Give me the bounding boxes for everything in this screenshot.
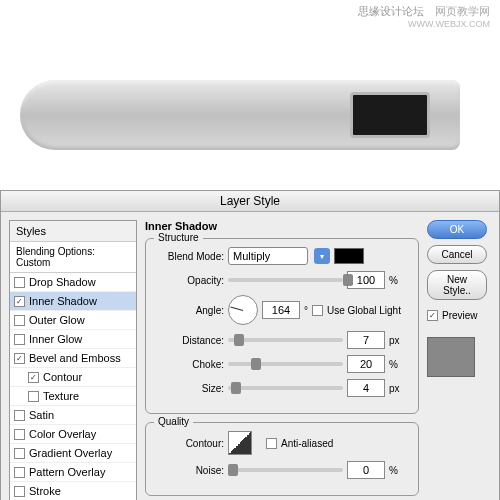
style-label: Pattern Overlay	[29, 466, 105, 478]
contour-label: Contour:	[154, 438, 224, 449]
style-item-stroke[interactable]: Stroke	[10, 482, 136, 500]
watermark-text1: 思缘设计论坛	[358, 5, 424, 17]
angle-dial[interactable]	[228, 295, 258, 325]
watermark: 思缘设计论坛 网页教学网 WWW.WEBJX.COM	[358, 4, 490, 29]
style-item-inner-glow[interactable]: Inner Glow	[10, 330, 136, 349]
preview-swatch	[427, 337, 475, 377]
metal-screen	[350, 92, 430, 138]
anti-aliased-label: Anti-aliased	[281, 438, 333, 449]
angle-input[interactable]	[262, 301, 300, 319]
style-item-color-overlay[interactable]: Color Overlay	[10, 425, 136, 444]
style-label: Drop Shadow	[29, 276, 96, 288]
style-checkbox[interactable]	[14, 296, 25, 307]
choke-label: Choke:	[154, 359, 224, 370]
style-checkbox[interactable]	[14, 277, 25, 288]
style-item-outer-glow[interactable]: Outer Glow	[10, 311, 136, 330]
style-item-satin[interactable]: Satin	[10, 406, 136, 425]
size-input[interactable]	[347, 379, 385, 397]
choke-slider[interactable]	[228, 362, 343, 366]
inner-shadow-title: Inner Shadow	[145, 220, 419, 232]
new-style-button[interactable]: New Style..	[427, 270, 487, 300]
cancel-button[interactable]: Cancel	[427, 245, 487, 264]
watermark-url: WWW.WEBJX.COM	[358, 19, 490, 29]
style-item-texture[interactable]: Texture	[10, 387, 136, 406]
product-image	[10, 30, 490, 190]
styles-panel: Styles Blending Options: Custom Drop Sha…	[9, 220, 137, 500]
style-label: Bevel and Emboss	[29, 352, 121, 364]
angle-unit: °	[304, 305, 308, 316]
style-label: Inner Glow	[29, 333, 82, 345]
size-label: Size:	[154, 383, 224, 394]
noise-unit: %	[389, 465, 398, 476]
angle-label: Angle:	[154, 305, 224, 316]
blend-mode-label: Blend Mode:	[154, 251, 224, 262]
style-checkbox[interactable]	[14, 486, 25, 497]
layer-style-dialog: Layer Style Styles Blending Options: Cus…	[0, 190, 500, 500]
dialog-body: Styles Blending Options: Custom Drop Sha…	[1, 212, 499, 500]
select-arrow-icon[interactable]: ▾	[314, 248, 330, 264]
metal-bracket	[20, 80, 460, 150]
style-checkbox[interactable]	[14, 334, 25, 345]
distance-input[interactable]	[347, 331, 385, 349]
style-label: Satin	[29, 409, 54, 421]
noise-input[interactable]	[347, 461, 385, 479]
global-light-label: Use Global Light	[327, 305, 401, 316]
opacity-unit: %	[389, 275, 398, 286]
style-checkbox[interactable]	[14, 467, 25, 478]
shadow-color-swatch[interactable]	[334, 248, 364, 264]
style-checkbox[interactable]	[14, 315, 25, 326]
style-label: Stroke	[29, 485, 61, 497]
preview-checkbox[interactable]	[427, 310, 438, 321]
size-unit: px	[389, 383, 400, 394]
blending-options[interactable]: Blending Options: Custom	[10, 242, 136, 273]
opacity-label: Opacity:	[154, 275, 224, 286]
style-checkbox[interactable]	[14, 429, 25, 440]
opacity-slider[interactable]	[228, 278, 343, 282]
main-panel: Inner Shadow Structure Blend Mode: Multi…	[145, 220, 419, 500]
style-item-inner-shadow[interactable]: Inner Shadow	[10, 292, 136, 311]
distance-label: Distance:	[154, 335, 224, 346]
distance-unit: px	[389, 335, 400, 346]
structure-fieldset: Structure Blend Mode: Multiply ▾ Opacity…	[145, 238, 419, 414]
right-panel: OK Cancel New Style.. Preview	[427, 220, 491, 500]
dialog-title: Layer Style	[1, 191, 499, 212]
style-item-gradient-overlay[interactable]: Gradient Overlay	[10, 444, 136, 463]
quality-label: Quality	[154, 416, 193, 427]
style-checkbox[interactable]	[14, 353, 25, 364]
style-label: Contour	[43, 371, 82, 383]
ok-button[interactable]: OK	[427, 220, 487, 239]
noise-label: Noise:	[154, 465, 224, 476]
styles-header[interactable]: Styles	[10, 221, 136, 242]
anti-aliased-checkbox[interactable]	[266, 438, 277, 449]
quality-fieldset: Quality Contour: Anti-aliased Noise: %	[145, 422, 419, 496]
style-label: Texture	[43, 390, 79, 402]
style-checkbox[interactable]	[28, 391, 39, 402]
style-label: Gradient Overlay	[29, 447, 112, 459]
structure-label: Structure	[154, 232, 203, 243]
style-item-pattern-overlay[interactable]: Pattern Overlay	[10, 463, 136, 482]
style-item-contour[interactable]: Contour	[10, 368, 136, 387]
preview-label: Preview	[442, 310, 478, 321]
style-item-bevel-and-emboss[interactable]: Bevel and Emboss	[10, 349, 136, 368]
blend-mode-select[interactable]: Multiply	[228, 247, 308, 265]
style-item-drop-shadow[interactable]: Drop Shadow	[10, 273, 136, 292]
distance-slider[interactable]	[228, 338, 343, 342]
size-slider[interactable]	[228, 386, 343, 390]
style-label: Color Overlay	[29, 428, 96, 440]
choke-unit: %	[389, 359, 398, 370]
style-checkbox[interactable]	[14, 448, 25, 459]
noise-slider[interactable]	[228, 468, 343, 472]
contour-swatch[interactable]	[228, 431, 252, 455]
choke-input[interactable]	[347, 355, 385, 373]
style-checkbox[interactable]	[14, 410, 25, 421]
global-light-checkbox[interactable]	[312, 305, 323, 316]
style-checkbox[interactable]	[28, 372, 39, 383]
style-label: Outer Glow	[29, 314, 85, 326]
watermark-text2: 网页教学网	[435, 5, 490, 17]
style-label: Inner Shadow	[29, 295, 97, 307]
